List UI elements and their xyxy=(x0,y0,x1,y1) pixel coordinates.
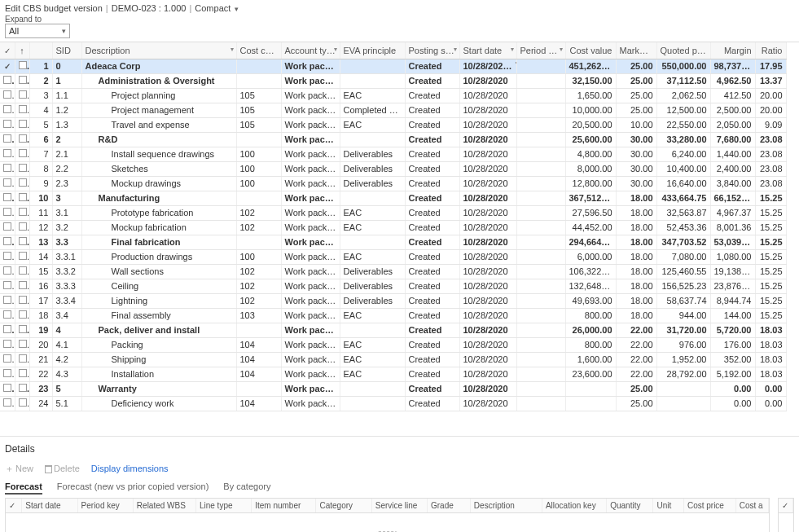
header-quoted[interactable]: Quoted price xyxy=(656,42,710,59)
row-select[interactable] xyxy=(15,337,29,352)
header-start[interactable]: Start date▾ xyxy=(459,42,516,59)
table-row[interactable]: 10Adeaca CorpWork packageCreated10/28/20… xyxy=(0,59,786,73)
header-markup[interactable]: Markup % xyxy=(616,42,656,59)
row-select[interactable] xyxy=(15,396,29,411)
table-row[interactable]: 21Administration & OversightWork package… xyxy=(0,73,786,88)
row-select[interactable] xyxy=(15,73,29,88)
header-select-all[interactable] xyxy=(0,42,15,59)
table-row[interactable]: 224.3Installation104Work packageEACCreat… xyxy=(0,367,786,381)
expand-to-select[interactable]: All ▾ xyxy=(5,24,70,38)
table-row[interactable]: 194Pack, deliver and installWork package… xyxy=(0,323,786,337)
row-select[interactable] xyxy=(15,308,29,323)
row-mark[interactable] xyxy=(0,308,15,323)
table-row[interactable]: 245.1Deficiency work104Work packageCreat… xyxy=(0,396,786,411)
table-row[interactable]: 113.1Prototype fabrication102Work packag… xyxy=(0,205,786,220)
forecast-header-alloc[interactable]: Allocation key xyxy=(542,499,606,513)
chevron-down-icon[interactable]: ▾ xyxy=(334,46,337,53)
tab-by-category[interactable]: By category xyxy=(223,481,270,495)
row-mark[interactable] xyxy=(0,205,15,220)
right-header-check[interactable] xyxy=(779,499,793,513)
table-row[interactable]: 72.1Install sequence drawings100Work pac… xyxy=(0,147,786,161)
row-select[interactable] xyxy=(15,279,29,293)
row-mark[interactable] xyxy=(0,161,15,176)
display-dimensions-link[interactable]: Display dimensions xyxy=(91,464,169,473)
header-margin[interactable]: Margin xyxy=(710,42,755,59)
forecast-header-start[interactable]: Start date xyxy=(22,499,77,513)
header-description[interactable]: Description▾ xyxy=(81,42,236,59)
chevron-down-icon[interactable]: ▾ xyxy=(560,46,563,53)
row-mark[interactable] xyxy=(0,279,15,293)
table-row[interactable]: 92.3Mockup drawings100Work packageDelive… xyxy=(0,176,786,191)
forecast-header-service[interactable]: Service line xyxy=(371,499,427,513)
calendar-icon[interactable] xyxy=(514,63,516,71)
table-row[interactable]: 103ManufacturingWork packageCreated10/28… xyxy=(0,191,786,205)
row-mark[interactable] xyxy=(0,249,15,264)
forecast-header-costa[interactable]: Cost a xyxy=(735,499,768,513)
row-select[interactable] xyxy=(15,88,29,103)
forecast-header-unit[interactable]: Unit xyxy=(653,499,683,513)
row-select[interactable] xyxy=(15,352,29,367)
row-mark[interactable] xyxy=(0,191,15,205)
tab-forecast[interactable]: Forecast xyxy=(5,481,42,495)
header-eva[interactable]: EVA principle xyxy=(340,42,405,59)
row-mark[interactable] xyxy=(0,352,15,367)
row-mark[interactable] xyxy=(0,59,15,73)
row-select[interactable] xyxy=(15,59,29,73)
row-mark[interactable] xyxy=(0,103,15,117)
row-mark[interactable] xyxy=(0,176,15,191)
row-select[interactable] xyxy=(15,264,29,279)
row-mark[interactable] xyxy=(0,73,15,88)
header-sort[interactable]: ↑ xyxy=(15,42,29,59)
tab-compare[interactable]: Forecast (new vs prior copied version) xyxy=(57,481,209,495)
table-row[interactable]: 214.2Shipping104Work packageEACCreated10… xyxy=(0,352,786,367)
table-row[interactable]: 235WarrantyWork packageCreated10/28/2020… xyxy=(0,381,786,396)
view-mode-dropdown[interactable]: Compact ▾ xyxy=(195,3,239,13)
row-mark[interactable] xyxy=(0,147,15,161)
table-row[interactable]: 163.3.3Ceiling102Work packageDeliverable… xyxy=(0,279,786,293)
header-posting[interactable]: Posting status▾ xyxy=(405,42,459,59)
table-row[interactable]: 41.2Project management105Work packageCom… xyxy=(0,103,786,117)
row-mark[interactable] xyxy=(0,88,15,103)
forecast-header-costprice[interactable]: Cost price xyxy=(683,499,735,513)
table-row[interactable]: 133.3Final fabricationWork packageCreate… xyxy=(0,235,786,249)
row-select[interactable] xyxy=(15,235,29,249)
row-select[interactable] xyxy=(15,293,29,308)
table-row[interactable]: 183.4Final assembly103Work packageEACCre… xyxy=(0,308,786,323)
row-mark[interactable] xyxy=(0,264,15,279)
row-select[interactable] xyxy=(15,249,29,264)
row-select[interactable] xyxy=(15,191,29,205)
table-row[interactable]: 82.2Sketches100Work packageDeliverablesC… xyxy=(0,161,786,176)
header-sid[interactable]: SID xyxy=(52,42,81,59)
row-select[interactable] xyxy=(15,176,29,191)
row-select[interactable] xyxy=(15,381,29,396)
forecast-header-qty[interactable]: Quantity xyxy=(607,499,653,513)
forecast-header-linetype[interactable]: Line type xyxy=(195,499,251,513)
header-period[interactable]: Period key▾ xyxy=(516,42,565,59)
row-select[interactable] xyxy=(15,147,29,161)
table-row[interactable]: 204.1Packing104Work packageEACCreated10/… xyxy=(0,337,786,352)
forecast-header-grade[interactable]: Grade xyxy=(428,499,471,513)
row-select[interactable] xyxy=(15,367,29,381)
header-row[interactable] xyxy=(29,42,52,59)
row-mark[interactable] xyxy=(0,381,15,396)
table-row[interactable]: 143.3.1Production drawings100Work packag… xyxy=(0,249,786,264)
header-account-type[interactable]: Account type▾ xyxy=(281,42,340,59)
row-mark[interactable] xyxy=(0,323,15,337)
table-row[interactable]: 62R&DWork packageCreated10/28/202025,600… xyxy=(0,132,786,147)
chevron-down-icon[interactable]: ▾ xyxy=(511,46,514,53)
table-row[interactable]: 123.2Mockup fabrication102Work packageEA… xyxy=(0,220,786,235)
row-mark[interactable] xyxy=(0,367,15,381)
forecast-header-related[interactable]: Related WBS xyxy=(133,499,195,513)
table-row[interactable]: 153.3.2Wall sections102Work packageDeliv… xyxy=(0,264,786,279)
table-row[interactable]: 31.1Project planning105Work packageEACCr… xyxy=(0,88,786,103)
row-select[interactable] xyxy=(15,132,29,147)
chevron-down-icon[interactable]: ▾ xyxy=(230,46,234,53)
row-mark[interactable] xyxy=(0,117,15,132)
table-row[interactable]: 173.3.4Lightning102Work packageDeliverab… xyxy=(0,293,786,308)
header-cost-code[interactable]: Cost code xyxy=(236,42,281,59)
row-mark[interactable] xyxy=(0,235,15,249)
row-mark[interactable] xyxy=(0,396,15,411)
header-ratio[interactable]: Ratio xyxy=(755,42,786,59)
forecast-header-item[interactable]: Item number xyxy=(252,499,316,513)
row-select[interactable] xyxy=(15,220,29,235)
